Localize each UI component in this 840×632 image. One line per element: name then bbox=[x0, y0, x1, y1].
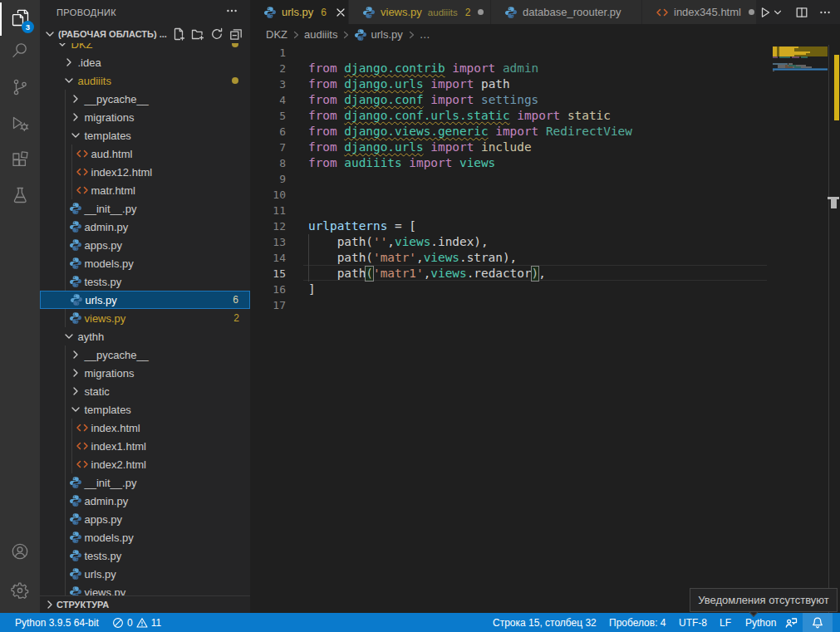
tree-item-apps.py[interactable]: apps.py bbox=[40, 236, 250, 254]
workspace-toolbar bbox=[172, 27, 243, 41]
minimap[interactable] bbox=[773, 45, 828, 613]
tree-item-static[interactable]: static bbox=[40, 382, 250, 400]
status-encoding[interactable]: UTF-8 bbox=[679, 613, 707, 632]
tree-item-models.py[interactable]: models.py bbox=[40, 528, 250, 546]
tree-item-index12.html[interactable]: index12.html bbox=[40, 163, 250, 181]
tree-item-matr.html[interactable]: matr.html bbox=[40, 181, 250, 199]
tree-item-label: tests.py bbox=[85, 550, 122, 562]
tree-item-label: audiiits bbox=[78, 75, 111, 87]
status-eol[interactable]: LF bbox=[720, 613, 731, 632]
line-number: 16 bbox=[250, 282, 286, 297]
collapse-all-icon[interactable] bbox=[229, 27, 243, 41]
breadcrumb: DKZaudiiitsurls.py… bbox=[250, 24, 840, 45]
chevron-down-icon bbox=[69, 403, 82, 416]
new-folder-icon[interactable] bbox=[191, 27, 204, 41]
folder-status-dot bbox=[232, 43, 238, 47]
new-file-icon[interactable] bbox=[172, 27, 185, 41]
status-language[interactable]: Python bbox=[745, 613, 776, 632]
status-bar: Python 3.9.5 64-bit011Строка 15, столбец… bbox=[0, 613, 840, 632]
status-problems[interactable]: 011 bbox=[112, 613, 161, 632]
modified-dot[interactable] bbox=[478, 6, 484, 19]
tree-item-templates[interactable]: templates bbox=[40, 126, 250, 145]
line-number: 7 bbox=[250, 140, 286, 155]
python-icon bbox=[69, 275, 82, 288]
tree-item-tests.py[interactable]: tests.py bbox=[40, 546, 250, 565]
tab-label: index345.html bbox=[674, 6, 741, 18]
python-icon bbox=[354, 28, 367, 42]
tree-item-tests.py[interactable]: tests.py bbox=[40, 272, 250, 291]
tree-item-__init__.py[interactable]: __init__.py bbox=[40, 199, 250, 218]
tree-item-__pycache__[interactable]: __pycache__ bbox=[40, 90, 250, 108]
tree-item-label: index1.html bbox=[91, 440, 146, 453]
chevron-down-icon bbox=[62, 74, 76, 87]
activity-bar-item-settings[interactable] bbox=[0, 574, 40, 610]
notifications-bell[interactable] bbox=[803, 613, 833, 632]
tree-item-.idea[interactable]: .idea bbox=[40, 53, 250, 71]
status-indentation[interactable]: Пробелов: 4 bbox=[609, 613, 666, 632]
tree-item-urls.py[interactable]: urls.py bbox=[40, 565, 250, 583]
tab-index345.html[interactable]: index345.html bbox=[642, 0, 757, 24]
tab-views.py[interactable]: views.pyaudiiits2 bbox=[349, 0, 491, 24]
tree-item-admin.py[interactable]: admin.py bbox=[40, 492, 250, 510]
line-number: 4 bbox=[250, 92, 286, 108]
code-editor[interactable]: 12from django.contrib import admin3from … bbox=[250, 45, 840, 613]
tree-item-models.py[interactable]: models.py bbox=[40, 254, 250, 272]
tree-item-aythh[interactable]: aythh bbox=[40, 327, 250, 345]
refresh-icon[interactable] bbox=[210, 27, 224, 41]
breadcrumb-item-…[interactable]: … bbox=[420, 28, 430, 41]
sidebar-more-actions-icon[interactable] bbox=[225, 4, 238, 21]
activity-bar-item-explorer[interactable]: 3 bbox=[0, 1, 40, 37]
breadcrumb-item-urls.py[interactable]: urls.py bbox=[354, 28, 402, 42]
tree-item-__init__.py[interactable]: __init__.py bbox=[40, 473, 250, 492]
tree-item-index.html[interactable]: index.html bbox=[40, 419, 250, 437]
breadcrumb-item-audiiits[interactable]: audiiits bbox=[304, 28, 337, 41]
workspace-section-title: (РАБОЧАЯ ОБЛАСТЬ) ... bbox=[58, 29, 167, 39]
tree-item-label: __init__.py bbox=[85, 477, 137, 489]
status-cursor-position[interactable]: Строка 15, столбец 32 bbox=[493, 613, 597, 632]
status-feedback[interactable] bbox=[784, 613, 798, 632]
code-line-8: from audiiits import views bbox=[308, 155, 495, 171]
breadcrumb-item-DKZ[interactable]: DKZ bbox=[266, 28, 287, 41]
workspace-section-header[interactable]: (РАБОЧАЯ ОБЛАСТЬ) ... bbox=[40, 25, 250, 43]
tree-item-admin.py[interactable]: admin.py bbox=[40, 218, 250, 236]
tree-item-templates[interactable]: templates bbox=[40, 400, 250, 419]
structure-section-header[interactable]: СТРУКТУРА bbox=[40, 595, 250, 613]
tree-item-index2.html[interactable]: index2.html bbox=[40, 455, 250, 473]
tree-item-audiiits[interactable]: audiiits bbox=[40, 71, 250, 90]
beaker-icon bbox=[10, 185, 30, 208]
run-icon[interactable] bbox=[757, 4, 774, 21]
html-icon bbox=[76, 421, 89, 434]
activity-bar-item-search[interactable] bbox=[0, 34, 40, 71]
tree-item-label: aud.html bbox=[91, 148, 133, 160]
activity-bar-item-account[interactable] bbox=[0, 535, 40, 571]
tree-item-migrations[interactable]: migrations bbox=[40, 108, 250, 126]
more-actions-icon[interactable] bbox=[817, 4, 833, 21]
status-python-version[interactable]: Python 3.9.5 64-bit bbox=[15, 613, 99, 632]
tree-item-DKZ[interactable]: DKZ bbox=[40, 43, 250, 53]
line-number: 10 bbox=[250, 187, 286, 203]
tree-item-__pycache__[interactable]: __pycache__ bbox=[40, 345, 250, 364]
tree-item-migrations[interactable]: migrations bbox=[40, 364, 250, 382]
tab-label: database_roouter.py bbox=[523, 6, 621, 18]
activity-bar-item-testing[interactable] bbox=[0, 179, 40, 215]
code-line-3: from django.urls import path bbox=[308, 76, 510, 92]
line-number: 17 bbox=[250, 297, 286, 313]
activity-bar-item-source-control[interactable] bbox=[0, 71, 40, 107]
tab-urls.py[interactable]: urls.py6 bbox=[250, 0, 349, 24]
tree-item-urls.py[interactable]: urls.py6 bbox=[40, 291, 250, 309]
modified-dot[interactable] bbox=[749, 6, 754, 19]
tree-item-views.py[interactable]: views.py2 bbox=[40, 309, 250, 327]
close-icon[interactable] bbox=[334, 6, 347, 19]
minimap-divider bbox=[828, 45, 829, 613]
activity-bar-item-run-debug[interactable] bbox=[0, 107, 40, 144]
tree-item-index1.html[interactable]: index1.html bbox=[40, 437, 250, 455]
tree-item-aud.html[interactable]: aud.html bbox=[40, 145, 250, 163]
tree-item-views.py[interactable]: views.py bbox=[40, 583, 250, 595]
activity-bar-item-extensions[interactable] bbox=[0, 143, 40, 179]
chevron-down-icon bbox=[62, 330, 76, 343]
tab-database_roouter.py[interactable]: database_roouter.py bbox=[491, 0, 642, 24]
tree-item-label: __pycache__ bbox=[85, 93, 149, 105]
chevron-down-icon[interactable] bbox=[772, 4, 784, 21]
split-editor-icon[interactable] bbox=[793, 4, 810, 21]
tree-item-apps.py[interactable]: apps.py bbox=[40, 510, 250, 528]
